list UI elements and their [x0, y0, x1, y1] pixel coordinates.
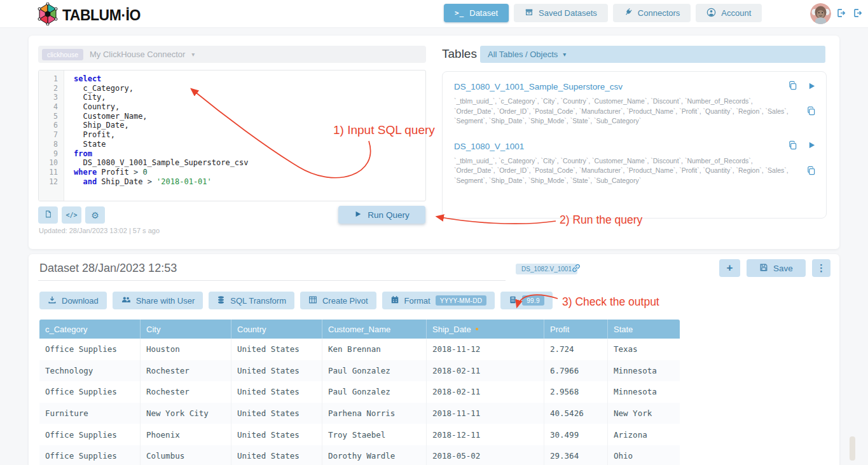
table-cell: Furniture — [39, 403, 140, 424]
table-cell: 2018-12-11 — [426, 424, 544, 445]
line-number: 8 — [39, 140, 64, 149]
result-table: c_CategoryCityCountryCustomer_NameShip_D… — [39, 320, 680, 465]
connector-select[interactable]: clickhouse My ClickHouse Connector ▾ — [38, 46, 426, 63]
column-header-Ship_Date[interactable]: Ship_Date — [426, 320, 544, 339]
sql-line: Customer_Name, — [74, 112, 425, 121]
database-icon — [217, 295, 225, 306]
table-cell: Rochester — [140, 360, 231, 382]
kebab-icon: ⋮ — [816, 262, 826, 274]
column-header-Customer_Name[interactable]: Customer_Name — [322, 320, 426, 339]
run-query-button[interactable]: Run Query — [338, 206, 425, 224]
table-cell: Columbus — [140, 445, 231, 465]
column-header-Profit[interactable]: Profit — [544, 320, 607, 339]
table-cell: New York — [607, 403, 680, 424]
sign-in-icon[interactable] — [836, 8, 846, 20]
format-button[interactable]: Format YYYY-MM-DD — [382, 292, 495, 309]
tables-title: Tables — [442, 47, 477, 61]
table-cell: Texas — [607, 339, 680, 360]
add-button[interactable]: + — [719, 259, 740, 277]
more-options-button[interactable]: ⋮ — [812, 259, 830, 277]
nav-saved-datasets[interactable]: Saved Datasets — [514, 4, 608, 22]
sql-line: City, — [74, 93, 425, 102]
table-cell: Dorothy Wardle — [322, 445, 426, 465]
line-number: 2 — [39, 84, 64, 93]
settings-button[interactable]: ⚙ — [85, 206, 105, 224]
table-cell: 2.724 — [544, 339, 607, 360]
copy-icon[interactable] — [788, 81, 797, 93]
download-button[interactable]: Download — [39, 292, 107, 309]
table-row: Office SuppliesRochesterUnited StatesPau… — [39, 381, 680, 403]
table-cell: 40.5426 — [544, 403, 607, 424]
table-cell: Troy Staebel — [322, 424, 426, 445]
sort-indicator-icon — [476, 328, 478, 330]
table-name-link[interactable]: DS_1080_V_1001 — [454, 142, 524, 151]
share-with-user-button[interactable]: Share with User — [113, 292, 203, 309]
line-number: 5 — [39, 112, 64, 121]
column-header-label: Customer_Name — [328, 325, 390, 334]
download-icon — [48, 295, 57, 306]
download-label: Download — [62, 296, 99, 306]
dataset-title: Dataset 28/Jan/2023 12:53 — [39, 262, 177, 275]
table-row: Office SuppliesHoustonUnited StatesKen B… — [39, 339, 680, 360]
main-nav: >_ Dataset Saved Datasets Connectors Acc… — [444, 4, 762, 22]
table-row: Office SuppliesPhoenixUnited StatesTroy … — [39, 424, 680, 445]
precision-button[interactable]: 99.9 — [500, 292, 553, 309]
create-pivot-button[interactable]: Create Pivot — [300, 292, 376, 309]
sql-line: State — [74, 140, 425, 149]
play-icon[interactable] — [808, 81, 816, 93]
table-name-link[interactable]: DS_1080_V_1001_Sample_Superstore_csv — [454, 82, 623, 91]
table-cell: Paul Gonzalez — [322, 381, 426, 403]
nav-label: Connectors — [638, 8, 680, 18]
table-cell: Office Supplies — [39, 339, 140, 360]
play-icon[interactable] — [808, 140, 816, 152]
tables-filter-select[interactable]: All Tables / Objects ▾ — [480, 46, 825, 63]
link-icon[interactable] — [571, 263, 581, 276]
query-and-tables-card: clickhouse My ClickHouse Connector ▾ 123… — [29, 36, 839, 249]
line-number: 9 — [39, 149, 64, 159]
table-cell: United States — [231, 403, 322, 424]
line-number: 6 — [39, 121, 64, 130]
column-header-City[interactable]: City — [140, 320, 231, 339]
calculator-icon — [509, 295, 517, 306]
table-row: TechnologyRochesterUnited StatesPaul Gon… — [39, 360, 680, 382]
logout-icon[interactable] — [853, 8, 862, 20]
column-header-State[interactable]: State — [607, 320, 680, 339]
vertical-scrollbar[interactable] — [850, 436, 855, 461]
copy-columns-icon[interactable] — [806, 106, 816, 118]
column-header-Country[interactable]: Country — [231, 320, 322, 339]
table-icon — [308, 295, 317, 306]
table-columns: `_tblm_uuid_`, `c_Category`, `City`, `Co… — [454, 156, 793, 186]
code-button[interactable]: </> — [62, 206, 81, 224]
column-header-c_Category[interactable]: c_Category — [39, 320, 140, 339]
sql-transform-label: SQL Transform — [230, 296, 286, 306]
sql-line: where Profit > 0 — [74, 168, 425, 177]
table-cell: United States — [231, 360, 322, 382]
table-cell: 6.7966 — [544, 360, 607, 382]
new-file-button[interactable] — [38, 206, 58, 224]
nav-dataset[interactable]: >_ Dataset — [444, 4, 509, 22]
save-button[interactable]: Save — [747, 259, 806, 277]
sql-transform-button[interactable]: SQL Transform — [209, 292, 294, 309]
annotation-step2: 2) Run the query — [560, 213, 642, 227]
table-cell: Phoenix — [140, 424, 231, 445]
terminal-icon: >_ — [455, 9, 464, 17]
dataset-toolbar: Download Share with User SQL Transform C… — [39, 292, 553, 309]
nav-connectors[interactable]: Connectors — [613, 4, 691, 22]
last-updated-text: Updated: 28/Jan/2023 13:02 | 57 s ago — [39, 227, 160, 234]
table-header-row: c_CategoryCityCountryCustomer_NameShip_D… — [39, 320, 680, 339]
run-query-label: Run Query — [368, 210, 409, 220]
column-header-label: State — [614, 325, 633, 334]
copy-icon[interactable] — [788, 140, 797, 152]
brand[interactable]: TABLUM·İO — [37, 3, 141, 28]
nav-account[interactable]: Account — [696, 4, 762, 22]
table-cell: United States — [231, 445, 322, 465]
table-row: FurnitureNew York CityUnited StatesParhe… — [39, 403, 680, 424]
copy-columns-icon[interactable] — [806, 166, 816, 178]
column-header-label: Profit — [550, 325, 569, 334]
table-row: Office SuppliesColumbusUnited StatesDoro… — [39, 445, 680, 465]
table-cell: 2018-02-11 — [426, 360, 544, 382]
plus-icon: + — [727, 262, 733, 274]
table-cell: Parhena Norris — [322, 403, 426, 424]
user-avatar[interactable] — [810, 3, 831, 24]
line-number: 1 — [39, 74, 64, 84]
